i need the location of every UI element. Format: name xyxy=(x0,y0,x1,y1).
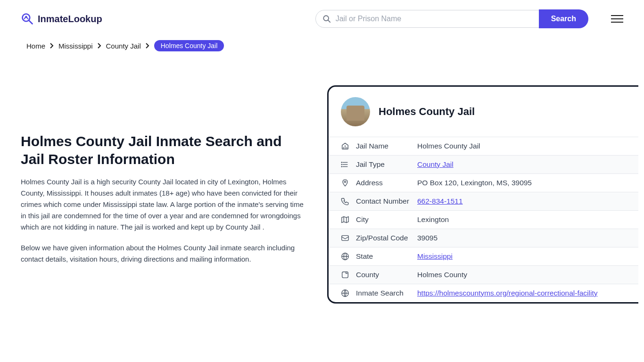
row-label: County xyxy=(356,271,417,279)
globe-icon xyxy=(341,252,349,261)
row-label: Zip/Postal Code xyxy=(356,234,417,242)
map-icon xyxy=(341,215,349,224)
svg-line-4 xyxy=(328,20,330,23)
logo[interactable]: InmateLookup xyxy=(21,12,102,25)
search-form: Search xyxy=(315,9,588,28)
row-label: Contact Number xyxy=(356,197,417,206)
envelope-icon xyxy=(341,234,349,242)
breadcrumb-mississippi[interactable]: Mississippi xyxy=(58,42,93,50)
chevron-right-icon xyxy=(146,43,149,49)
phone-icon xyxy=(341,197,349,206)
building-icon xyxy=(341,142,349,150)
breadcrumb: Home Mississippi County Jail Holmes Coun… xyxy=(0,38,644,57)
info-row: Jail TypeCounty Jail xyxy=(329,155,638,173)
page-title: Holmes County Jail Inmate Search and Jai… xyxy=(21,132,308,168)
row-value-link[interactable]: County Jail xyxy=(417,160,454,169)
row-label: Address xyxy=(356,179,417,187)
svg-rect-12 xyxy=(342,236,348,241)
info-row: Inmate Searchhttps://holmescountyms.org/… xyxy=(329,284,638,302)
jail-info-card: Holmes County Jail Jail NameHolmes Count… xyxy=(327,85,638,304)
chevron-right-icon xyxy=(50,43,54,49)
info-row: Jail NameHolmes County Jail xyxy=(329,137,638,155)
row-value-link[interactable]: 662-834-1511 xyxy=(417,197,463,206)
search-input[interactable] xyxy=(336,15,532,23)
info-row: AddressPO Box 120, Lexington, MS, 39095 xyxy=(329,173,638,192)
breadcrumb-county-jail[interactable]: County Jail xyxy=(106,42,141,50)
row-value: Lexington xyxy=(417,215,449,224)
intro-paragraph-2: Below we have given information about th… xyxy=(21,242,308,265)
row-value: Holmes County xyxy=(417,271,467,279)
breadcrumb-home[interactable]: Home xyxy=(26,42,45,50)
svg-rect-16 xyxy=(342,272,348,278)
card-title: Holmes County Jail xyxy=(379,106,475,118)
menu-line-icon xyxy=(611,22,623,23)
row-value: PO Box 120, Lexington, MS, 39095 xyxy=(417,179,532,187)
menu-line-icon xyxy=(611,18,623,19)
info-row: StateMississippi xyxy=(329,247,638,265)
info-row: CountyHolmes County xyxy=(329,265,638,284)
logo-text: InmateLookup xyxy=(38,14,102,25)
info-row: Zip/Postal Code39095 xyxy=(329,229,638,247)
info-row: CityLexington xyxy=(329,210,638,229)
list-icon xyxy=(341,160,349,169)
chevron-right-icon xyxy=(98,43,101,49)
menu-line-icon xyxy=(611,15,623,16)
svg-line-1 xyxy=(29,21,33,24)
row-value: Holmes County Jail xyxy=(417,142,480,150)
svg-point-11 xyxy=(344,181,346,183)
jail-avatar xyxy=(341,97,370,126)
row-label: Inmate Search xyxy=(356,289,417,297)
row-value-link[interactable]: Mississippi xyxy=(417,252,453,261)
search-icon xyxy=(322,15,331,23)
row-value: 39095 xyxy=(417,234,438,242)
intro-paragraph-1: Holmes County Jail is a high security Co… xyxy=(21,176,308,233)
row-label: City xyxy=(356,215,417,224)
svg-point-10 xyxy=(341,166,342,167)
search-button[interactable]: Search xyxy=(539,9,588,28)
row-label: State xyxy=(356,252,417,261)
breadcrumb-current: Holmes County Jail xyxy=(154,40,224,51)
row-label: Jail Type xyxy=(356,160,417,169)
row-label: Jail Name xyxy=(356,142,417,150)
pin-icon xyxy=(341,179,349,187)
hamburger-menu[interactable] xyxy=(611,15,623,23)
row-value-link[interactable]: https://holmescountyms.org/regional-corr… xyxy=(417,289,598,297)
search-box xyxy=(315,10,539,28)
square-icon xyxy=(341,271,349,279)
svg-point-9 xyxy=(341,164,342,165)
search-person-icon xyxy=(21,12,34,25)
web-icon xyxy=(341,289,349,297)
info-row: Contact Number662-834-1511 xyxy=(329,192,638,210)
svg-point-8 xyxy=(341,162,342,163)
